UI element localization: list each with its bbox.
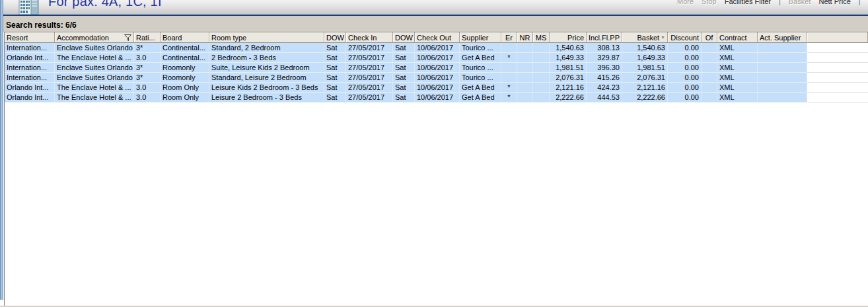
column-header-act-supplier[interactable]: Act. Supplier [758,32,807,43]
cell-dow: Sat [393,83,415,93]
app-window: For pax: 4A, 1C, 1I MoreStopFacilities F… [0,0,868,307]
cell-er [501,63,517,73]
toolbar-separator: | [859,0,861,5]
cell-check-out: 10/06/2017 [415,83,460,93]
page-title: For pax: 4A, 1C, 1I [48,0,162,9]
cell-incl-fl-pp: 329.87 [587,53,622,63]
cell-rati: 3* [134,43,161,53]
column-header-label: Resort [7,34,28,42]
cell-nr [517,63,533,73]
cell-board: Roomonly [161,73,209,83]
column-header-label: Supplier [462,34,488,42]
column-header-board[interactable]: Board [161,32,209,43]
column-header-er[interactable]: Er [501,32,517,43]
cell-nr [517,43,533,53]
table-row[interactable]: Orlando Int...The Enclave Hotel & ...3.0… [5,83,868,93]
cell-ms [533,63,550,73]
table-row[interactable]: Orlando Int...The Enclave Hotel & ...3.0… [5,53,868,63]
cell-check-in: 27/05/2017 [346,73,393,83]
column-header-label: Basket [637,34,659,42]
column-header-resort[interactable]: Resort [5,32,55,43]
cell-incl-fl-pp: 444.53 [587,93,622,103]
cell-rati: 3* [134,63,161,73]
cell-resort: Internation... [5,63,55,73]
cell-board: Room Only [161,93,209,103]
cell-nr [517,53,533,63]
cell-contract: XML [717,83,758,93]
toolbar-separator: | [779,0,781,5]
column-header-of[interactable]: Of [702,32,717,43]
cell-basket: 2,222.66 [622,93,668,103]
column-header-label: Act. Supplier [760,34,801,42]
column-header-basket[interactable]: Basket▼ [622,32,668,43]
column-header-label: Discount [670,34,699,42]
cell-dow: Sat [393,63,415,73]
column-header-label: Contract [719,34,747,42]
cell-ms [533,53,550,63]
toolbar-item-nett-price[interactable]: Nett Price [819,0,851,5]
column-header-discount[interactable]: Discount [668,32,702,43]
cell-supplier: Tourico ... [460,73,501,83]
grid-header-row: ResortAccommodationRati...BoardRoom type… [5,32,868,43]
column-header-incl-fl-pp[interactable]: Incl.Fl.PP [587,32,622,43]
cell-price: 1,649.33 [550,53,587,63]
column-header-rati[interactable]: Rati... [134,32,161,43]
column-header-check-in[interactable]: Check In [346,32,393,43]
cell-supplier: Get A Bed [460,83,501,93]
column-header-label: MS [536,34,547,42]
cell-filler [807,73,868,83]
cell-of [702,73,717,83]
cell-price: 1,540.63 [550,43,587,53]
column-header-price[interactable]: Price [550,32,587,43]
cell-room-type: Leisure Kids 2 Bedroom - 3 Beds [209,83,324,93]
table-row[interactable]: Internation...Enclave Suites Orlando3*Ro… [5,63,868,73]
cell-ms [533,93,550,103]
cell-discount: 0.00 [668,93,702,103]
column-header-dow[interactable]: DOW [324,32,346,43]
cell-discount: 0.00 [668,83,702,93]
search-results-count: Search results: 6/6 [6,21,77,30]
column-header-label: Board [163,34,182,42]
cell-incl-fl-pp: 308.13 [587,43,622,53]
cell-check-out: 10/06/2017 [415,73,460,83]
column-header-label: Room type [211,34,246,42]
column-header-contract[interactable]: Contract [717,32,758,43]
toolbar-item-basket: Basket [789,0,811,5]
cell-basket: 1,981.51 [622,63,668,73]
filter-funnel-icon[interactable] [124,34,131,41]
column-header-dow[interactable]: DOW [393,32,415,43]
cell-accommodation: The Enclave Hotel & ... [55,83,134,93]
cell-resort: Orlando Int... [5,53,55,63]
cell-contract: XML [717,63,758,73]
cell-of [702,83,717,93]
table-row[interactable]: Internation...Enclave Suites Orlando3*Ro… [5,73,868,83]
toolbar-item-stop: Stop [702,0,717,5]
cell-room-type: Leisure 2 Bedroom - 3 Beds [209,93,324,103]
cell-supplier: Get A Bed [460,93,501,103]
cell-check-in: 27/05/2017 [346,93,393,103]
table-row[interactable]: Internation...Enclave Suites Orlando3*Co… [5,43,868,53]
cell-check-out: 10/06/2017 [415,53,460,63]
column-header-ms[interactable]: MS [533,32,550,43]
cell-price: 2,121.16 [550,83,587,93]
cell-discount: 0.00 [668,43,702,53]
cell-supplier: Tourico ... [460,43,501,53]
toolbar-item-facilities-filter[interactable]: Facilities Filter [725,0,771,5]
cell-accommodation: The Enclave Hotel & ... [55,53,134,63]
column-header-supplier[interactable]: Supplier [460,32,501,43]
cell-filler [807,53,868,63]
column-header-nr[interactable]: NR [517,32,533,43]
cell-board: Continental... [161,53,209,63]
column-header-room-type[interactable]: Room type [209,32,324,43]
cell-board: Room Only [161,83,209,93]
column-header-check-out[interactable]: Check Out [415,32,460,43]
cell-check-in: 27/05/2017 [346,53,393,63]
cell-rati: 3* [134,73,161,83]
caption-panel: For pax: 4A, 1C, 1I MoreStopFacilities F… [3,0,868,15]
cell-incl-fl-pp: 415.26 [587,73,622,83]
table-row[interactable]: Orlando Int...The Enclave Hotel & ...3.0… [5,93,868,103]
cell-filler [807,83,868,93]
cell-room-type: 2 Bedroom - 3 Beds [209,53,324,63]
cell-room-type: Standard, Leisure 2 Bedroom [209,73,324,83]
column-header-accommodation[interactable]: Accommodation [55,32,134,43]
